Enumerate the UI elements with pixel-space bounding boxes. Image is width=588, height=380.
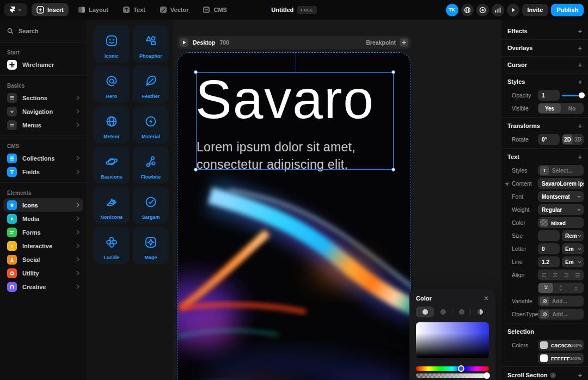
pack-sargam[interactable]: Sargam — [133, 187, 169, 224]
tab-image[interactable] — [471, 307, 489, 317]
sidebar-item-wireframer[interactable]: Wireframer — [3, 58, 83, 71]
pack-iconic[interactable]: Iconic — [94, 26, 130, 63]
invite-button[interactable]: Invite — [522, 4, 549, 16]
pack-nonicons[interactable]: Nonicons — [94, 187, 130, 224]
pack-basicons[interactable]: Basicons — [94, 146, 130, 183]
info-icon[interactable]: i — [550, 372, 556, 378]
line-unit-select[interactable]: Em — [562, 256, 584, 267]
hue-slider[interactable] — [416, 366, 489, 371]
close-icon[interactable]: ✕ — [483, 295, 489, 302]
size-unit-select[interactable]: Rem — [562, 230, 584, 241]
variable-select[interactable]: Add... — [538, 296, 584, 307]
align-left-button[interactable] — [538, 270, 549, 280]
pack-flowbite[interactable]: Flowbite — [133, 146, 169, 183]
text-button[interactable]: Text — [118, 3, 150, 16]
breakpoint-bar[interactable]: Desktop 700 Breakpoint — [177, 36, 411, 49]
add-breakpoint-button[interactable] — [400, 38, 408, 47]
text-section-header[interactable]: Text + — [501, 149, 588, 165]
sidebar-item-interactive[interactable]: Interactive — [3, 239, 83, 253]
frame-preview-button[interactable] — [180, 38, 188, 47]
plus-icon[interactable]: + — [578, 78, 582, 85]
sidebar-item-navigation[interactable]: Navigation — [3, 105, 83, 118]
plus-icon[interactable]: + — [578, 154, 582, 161]
sidebar-item-creative[interactable]: Creative — [3, 280, 83, 293]
mode-2d-option[interactable]: 2D — [562, 134, 573, 144]
hero-subtext[interactable]: Lorem ipsum dolor sit amet, consectetur … — [197, 139, 356, 173]
text-color-well[interactable]: Mixed — [538, 217, 584, 228]
pack-lucide[interactable]: Lucide — [94, 227, 130, 264]
sidebar-item-menus[interactable]: Menus — [3, 118, 83, 132]
device-width[interactable]: 700 — [219, 39, 229, 46]
hero-heading[interactable]: Savaro — [195, 69, 375, 129]
pack-phosphor[interactable]: Phosphor — [133, 26, 169, 63]
saturation-value-area[interactable] — [416, 322, 489, 358]
device-label[interactable]: Desktop — [193, 39, 215, 46]
sidebar-item-icons[interactable]: Icons — [3, 198, 83, 212]
record-button[interactable] — [476, 4, 489, 16]
pack-material[interactable]: Material — [133, 106, 169, 143]
cursor-section-header[interactable]: Cursor + — [501, 57, 588, 73]
alpha-slider[interactable] — [416, 373, 489, 378]
align-justify-button[interactable] — [572, 270, 583, 280]
avatar[interactable]: TK — [446, 4, 458, 16]
content-input[interactable]: SavaroLorem ipsu... — [538, 178, 584, 189]
insert-button[interactable]: Insert — [32, 3, 69, 16]
gear-icon[interactable] — [505, 181, 510, 186]
scroll-section-header[interactable]: Scroll Section i + — [501, 367, 588, 380]
font-select[interactable]: Montserrat — [538, 191, 584, 202]
pack-hero[interactable]: Hero — [94, 66, 130, 103]
sidebar-item-media[interactable]: Media — [3, 212, 83, 225]
tab-solid[interactable] — [416, 307, 434, 317]
selection-color-1[interactable]: C9C9C9 100% — [538, 340, 584, 351]
plus-icon[interactable]: + — [578, 122, 582, 130]
letter-unit-select[interactable]: Em — [562, 243, 584, 254]
valign-middle-button[interactable] — [553, 283, 568, 293]
text-style-select[interactable]: T Select... — [538, 165, 584, 176]
styles-section-header[interactable]: Styles + — [501, 73, 588, 90]
letter-input[interactable]: 0 — [538, 243, 560, 254]
selection-color-2[interactable]: FFFFFF 100% — [538, 353, 584, 364]
sidebar-item-social[interactable]: Social — [3, 253, 83, 266]
site-settings-button[interactable] — [461, 4, 474, 16]
tab-radial-gradient[interactable] — [452, 307, 470, 317]
effects-section-header[interactable]: Effects + — [501, 23, 588, 39]
design-frame[interactable]: Savaro Lorem ipsum dolor sit amet, conse… — [177, 52, 411, 380]
publish-button[interactable]: Publish — [551, 4, 584, 16]
plus-icon[interactable]: + — [578, 372, 582, 379]
tab-linear-gradient[interactable] — [434, 307, 452, 317]
document-title[interactable]: Untitled — [271, 7, 293, 13]
app-menu-button[interactable] — [4, 3, 27, 16]
opacity-slider[interactable] — [562, 90, 584, 101]
canvas-workspace[interactable]: Desktop 700 Breakpoint — [174, 20, 501, 380]
align-right-button[interactable] — [561, 270, 572, 280]
preview-button[interactable] — [507, 4, 519, 16]
valign-top-button[interactable] — [538, 283, 553, 293]
weight-select[interactable]: Regular — [538, 204, 584, 215]
sidebar-item-collections[interactable]: Collections — [3, 151, 83, 165]
align-center-button[interactable] — [550, 270, 561, 280]
opacity-slider-knob[interactable] — [579, 93, 585, 99]
pack-meteor[interactable]: Meteor — [94, 106, 130, 143]
plus-icon[interactable]: + — [578, 45, 582, 52]
alpha-slider-knob[interactable] — [483, 372, 490, 379]
size-input[interactable] — [538, 230, 560, 241]
opacity-input[interactable]: 1 — [538, 90, 560, 101]
line-input[interactable]: 1.2 — [538, 256, 560, 267]
layout-button[interactable]: Layout — [73, 3, 113, 16]
sidebar-item-forms[interactable]: Forms — [3, 225, 83, 239]
sidebar-item-fields[interactable]: Fields — [3, 165, 83, 179]
sidebar-item-utility[interactable]: Utility — [3, 266, 83, 280]
pack-mage[interactable]: Mage — [133, 227, 169, 264]
valign-bottom-button[interactable] — [568, 283, 583, 293]
mode-3d-option[interactable]: 3D — [573, 134, 583, 144]
rotate-input[interactable]: 0° — [538, 134, 560, 145]
sidebar-item-sections[interactable]: Sections — [3, 91, 83, 105]
plus-icon[interactable]: + — [578, 62, 582, 69]
overlays-section-header[interactable]: Overlays + — [501, 40, 588, 56]
pack-feather[interactable]: Feather — [133, 66, 169, 103]
opentype-select[interactable]: Add... — [538, 309, 584, 320]
plus-icon[interactable]: + — [578, 28, 582, 35]
search-input[interactable]: Search — [0, 24, 87, 38]
transforms-section-header[interactable]: Transforms + — [501, 118, 588, 134]
visible-yes-option[interactable]: Yes — [538, 103, 561, 113]
